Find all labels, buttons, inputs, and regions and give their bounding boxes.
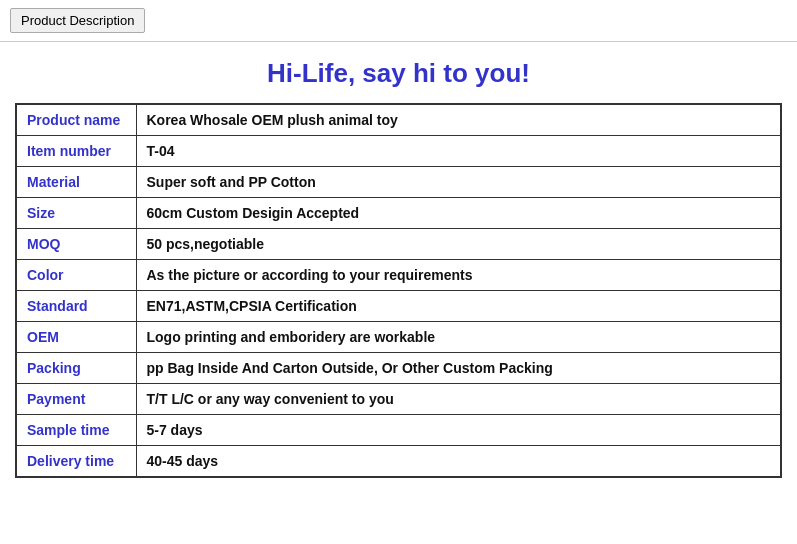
row-label: Standard [16, 291, 136, 322]
row-label: Product name [16, 104, 136, 136]
row-value: 60cm Custom Desigin Accepted [136, 198, 781, 229]
table-row: MOQ50 pcs,negotiable [16, 229, 781, 260]
table-row: Packingpp Bag Inside And Carton Outside,… [16, 353, 781, 384]
row-label: OEM [16, 322, 136, 353]
tab-bar: Product Description [0, 0, 797, 42]
table-row: Delivery time40-45 days [16, 446, 781, 478]
product-description-tab[interactable]: Product Description [10, 8, 145, 33]
page-content: Hi-Life, say hi to you! Product nameKore… [0, 42, 797, 498]
row-value: 5-7 days [136, 415, 781, 446]
row-value: pp Bag Inside And Carton Outside, Or Oth… [136, 353, 781, 384]
table-row: Sample time5-7 days [16, 415, 781, 446]
row-value: T-04 [136, 136, 781, 167]
row-label: MOQ [16, 229, 136, 260]
row-label: Delivery time [16, 446, 136, 478]
row-label: Payment [16, 384, 136, 415]
page-title: Hi-Life, say hi to you! [15, 58, 782, 89]
table-row: Size60cm Custom Desigin Accepted [16, 198, 781, 229]
product-table: Product nameKorea Whosale OEM plush anim… [15, 103, 782, 478]
row-label: Material [16, 167, 136, 198]
table-row: ColorAs the picture or according to your… [16, 260, 781, 291]
table-row: StandardEN71,ASTM,CPSIA Certification [16, 291, 781, 322]
row-value: Korea Whosale OEM plush animal toy [136, 104, 781, 136]
row-value: 40-45 days [136, 446, 781, 478]
table-row: PaymentT/T L/C or any way convenient to … [16, 384, 781, 415]
row-label: Size [16, 198, 136, 229]
row-label: Packing [16, 353, 136, 384]
row-value: Super soft and PP Cotton [136, 167, 781, 198]
table-row: MaterialSuper soft and PP Cotton [16, 167, 781, 198]
row-value: Logo printing and emboridery are workabl… [136, 322, 781, 353]
row-label: Item number [16, 136, 136, 167]
table-row: Item numberT-04 [16, 136, 781, 167]
row-value: EN71,ASTM,CPSIA Certification [136, 291, 781, 322]
row-value: As the picture or according to your requ… [136, 260, 781, 291]
row-label: Sample time [16, 415, 136, 446]
row-label: Color [16, 260, 136, 291]
table-row: OEMLogo printing and emboridery are work… [16, 322, 781, 353]
row-value: T/T L/C or any way convenient to you [136, 384, 781, 415]
table-row: Product nameKorea Whosale OEM plush anim… [16, 104, 781, 136]
row-value: 50 pcs,negotiable [136, 229, 781, 260]
